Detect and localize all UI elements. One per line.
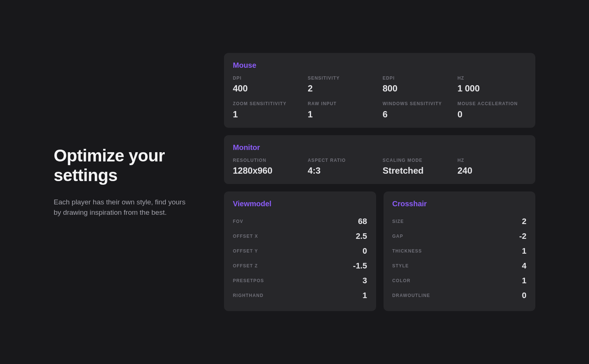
stat-label: HZ	[458, 76, 526, 81]
stat-item: SCALING MODE Stretched	[383, 158, 452, 176]
list-row: PRESETPOS 3	[233, 273, 367, 288]
list-label: SIZE	[392, 219, 404, 224]
stat-item: EDPI 800	[383, 76, 452, 94]
list-row: COLOR 1	[392, 273, 527, 288]
stat-value: 1	[233, 109, 302, 120]
stat-value: 2	[308, 83, 377, 94]
list-value: 2.5	[356, 231, 367, 241]
crosshair-card-title: Crosshair	[392, 200, 527, 208]
list-label: OFFSET Y	[233, 248, 258, 254]
stat-label: ZOOM SENSITITIVITY	[233, 101, 302, 107]
stat-label: DPI	[233, 76, 302, 81]
list-label: DRAWOUTLINE	[392, 293, 431, 298]
stat-label: RAW INPUT	[308, 101, 377, 107]
list-label: PRESETPOS	[233, 278, 264, 283]
mouse-stat-grid: DPI 400 SENSITIVITY 2 EDPI 800 HZ 1 000 …	[233, 76, 526, 120]
stat-item: HZ 240	[458, 158, 526, 176]
list-label: RIGHTHAND	[233, 293, 264, 298]
crosshair-card: Crosshair SIZE 2 GAP -2 THICKNESS 1 STYL…	[384, 191, 536, 311]
list-row: OFFSET Y 0	[233, 244, 367, 258]
stat-value: 0	[458, 109, 526, 120]
list-value: 1	[362, 291, 367, 300]
viewmodel-card: Viewmodel FOV 68 OFFSET X 2.5 OFFSET Y 0…	[224, 191, 376, 311]
stat-value: 400	[233, 83, 302, 94]
viewmodel-card-title: Viewmodel	[233, 200, 367, 208]
list-value: 4	[522, 261, 526, 271]
mouse-card: Mouse DPI 400 SENSITIVITY 2 EDPI 800 HZ …	[224, 53, 535, 128]
list-row: STYLE 4	[392, 258, 527, 273]
stat-value: 4:3	[308, 166, 377, 176]
list-label: COLOR	[392, 278, 411, 283]
bottom-row: Viewmodel FOV 68 OFFSET X 2.5 OFFSET Y 0…	[224, 191, 535, 311]
mouse-card-title: Mouse	[233, 61, 526, 70]
list-label: STYLE	[392, 263, 409, 268]
stat-value: Stretched	[383, 166, 452, 176]
stat-label: WINDOWS SENSITIVITY	[383, 101, 452, 107]
stat-item: RESOLUTION 1280x960	[233, 158, 302, 176]
stat-value: 800	[383, 83, 452, 94]
list-value: 3	[362, 276, 367, 285]
list-value: 0	[362, 246, 367, 256]
stat-item: SENSITIVITY 2	[308, 76, 377, 94]
list-value: 68	[358, 217, 367, 226]
stat-item: DPI 400	[233, 76, 302, 94]
list-value: 0	[522, 291, 526, 300]
left-panel: Optimize your settings Each player has t…	[54, 146, 194, 218]
page-subheading: Each player has their own style, find yo…	[54, 197, 194, 218]
stat-value: 6	[383, 109, 452, 120]
stat-label: SCALING MODE	[383, 158, 452, 164]
main-container: Optimize your settings Each player has t…	[0, 0, 589, 364]
list-value: -1.5	[353, 261, 367, 271]
list-value: 1	[522, 276, 526, 285]
stat-item: HZ 1 000	[458, 76, 526, 94]
stat-label: HZ	[458, 158, 526, 164]
list-value: -2	[519, 231, 526, 241]
list-label: GAP	[392, 234, 404, 239]
list-label: THICKNESS	[392, 248, 422, 254]
stat-item: ZOOM SENSITITIVITY 1	[233, 101, 302, 120]
list-row: FOV 68	[233, 214, 367, 229]
list-row: GAP -2	[392, 229, 527, 244]
list-row: RIGHTHAND 1	[233, 288, 367, 303]
stat-item: MOUSE ACCELERATION 0	[458, 101, 526, 120]
list-row: DRAWOUTLINE 0	[392, 288, 527, 303]
list-label: FOV	[233, 219, 243, 224]
stat-label: SENSITIVITY	[308, 76, 377, 81]
list-row: OFFSET X 2.5	[233, 229, 367, 244]
stat-item: RAW INPUT 1	[308, 101, 377, 120]
list-value: 1	[522, 246, 526, 256]
monitor-card-title: Monitor	[233, 143, 526, 152]
list-row: SIZE 2	[392, 214, 527, 229]
stat-label: MOUSE ACCELERATION	[458, 101, 526, 107]
list-label: OFFSET X	[233, 234, 258, 239]
monitor-stat-grid: RESOLUTION 1280x960 ASPECT RATIO 4:3 SCA…	[233, 158, 526, 176]
list-value: 2	[522, 217, 526, 226]
right-panel: Mouse DPI 400 SENSITIVITY 2 EDPI 800 HZ …	[224, 53, 535, 311]
stat-item: WINDOWS SENSITIVITY 6	[383, 101, 452, 120]
stat-value: 1	[308, 109, 377, 120]
stat-label: ASPECT RATIO	[308, 158, 377, 164]
stat-label: RESOLUTION	[233, 158, 302, 164]
stat-item: ASPECT RATIO 4:3	[308, 158, 377, 176]
list-row: THICKNESS 1	[392, 244, 527, 258]
stat-label: EDPI	[383, 76, 452, 81]
stat-value: 1280x960	[233, 166, 302, 176]
list-label: OFFSET Z	[233, 263, 258, 268]
monitor-card: Monitor RESOLUTION 1280x960 ASPECT RATIO…	[224, 135, 535, 184]
page-heading: Optimize your settings	[54, 146, 194, 185]
stat-value: 1 000	[458, 83, 526, 94]
stat-value: 240	[458, 166, 526, 176]
list-row: OFFSET Z -1.5	[233, 258, 367, 273]
